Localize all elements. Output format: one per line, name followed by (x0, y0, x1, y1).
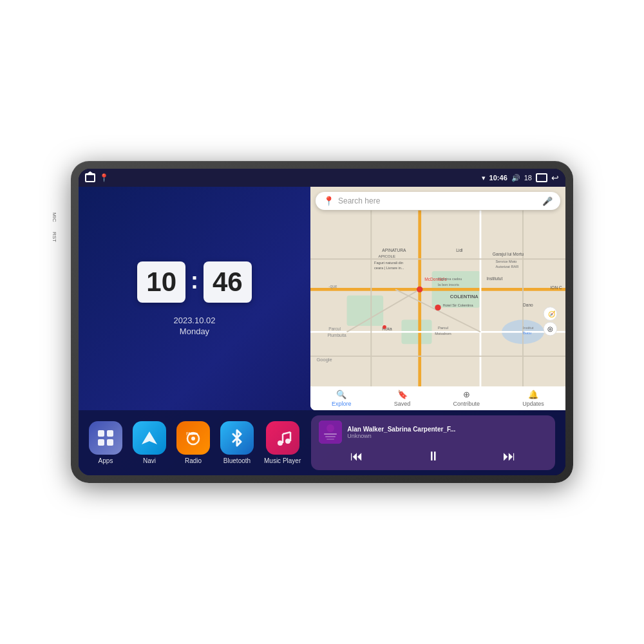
navi-icon-img (133, 421, 166, 455)
clock-hours: 10 (137, 261, 185, 303)
time-display: 10:46 (489, 174, 507, 182)
app-icon-navi[interactable]: Navi (133, 421, 166, 464)
car-stereo-device: MIC RST 📍 ▾ 10:46 🔊 18 ↩ 10 (71, 161, 573, 483)
svg-text:Autorizat RAR: Autorizat RAR (496, 265, 519, 269)
map-svg: COLENTINA Garajul lui Mortu Service Moto… (310, 187, 565, 410)
svg-text:ION C: ION C (550, 285, 562, 290)
app-icon-bluetooth[interactable]: Bluetooth (220, 421, 254, 464)
back-icon[interactable]: ↩ (551, 173, 559, 183)
svg-text:Service Moto: Service Moto (496, 260, 517, 263)
svg-text:APICOLE: APICOLE (379, 254, 395, 258)
map-nav-saved[interactable]: 🔖 Saved (394, 390, 411, 407)
svg-text:Lidl: Lidl (456, 248, 463, 252)
app-icons-row: Apps Navi (89, 421, 301, 464)
map-mic-icon[interactable]: 🎤 (542, 196, 553, 206)
clock-colon: : (191, 267, 198, 294)
svg-rect-63 (324, 433, 337, 435)
svg-rect-50 (107, 439, 113, 446)
music-prev-button[interactable]: ⏮ (345, 448, 368, 465)
bluetooth-label: Bluetooth (223, 457, 251, 464)
left-panel: 10 : 46 2023.10.02 Monday (79, 187, 310, 410)
app-icon-radio[interactable]: FM Radio (176, 421, 210, 464)
apps-grid-icon (97, 429, 115, 447)
apps-label: Apps (99, 457, 113, 464)
wifi-signal-icon: ▾ (482, 174, 486, 182)
radio-label: Radio (185, 457, 202, 464)
saved-icon: 🔖 (397, 390, 408, 399)
bottom-bar: Apps Navi (79, 410, 565, 475)
main-content: 10 : 46 2023.10.02 Monday (79, 187, 565, 475)
svg-text:-que: -que (328, 284, 337, 289)
map-nav-updates[interactable]: 🔔 Updates (522, 390, 544, 407)
date-text: 2023.10.02 (173, 316, 215, 325)
battery-icon (536, 173, 547, 182)
map-search-bar[interactable]: 📍 Search here 🎤 (316, 192, 560, 210)
svg-text:la bon inscris: la bon inscris (438, 283, 459, 287)
music-title: Alan Walker_Sabrina Carpenter_F... (347, 426, 547, 433)
svg-rect-48 (107, 430, 113, 437)
map-nav-explore[interactable]: 🔍 Explore (332, 390, 352, 407)
svg-text:Plumbuita: Plumbuita (327, 333, 346, 337)
music-text: Alan Walker_Sabrina Carpenter_F... Unkno… (347, 426, 547, 439)
contribute-icon: ⊕ (463, 390, 470, 399)
apps-icon-img (89, 421, 122, 455)
music-player-icon-img (266, 421, 299, 455)
app-icon-music-player[interactable]: Music Player (264, 421, 301, 464)
explore-icon: 🔍 (336, 390, 346, 399)
map-nav-contribute[interactable]: ⊕ Contribute (453, 390, 480, 407)
updates-icon: 🔔 (528, 390, 538, 399)
clock-display: 10 : 46 (137, 261, 251, 303)
navi-label: Navi (143, 457, 156, 464)
radio-speaker-icon: FM (184, 428, 203, 448)
music-next-button[interactable]: ⏭ (498, 448, 521, 465)
day-text: Monday (173, 327, 215, 336)
svg-marker-51 (142, 431, 157, 444)
music-info-row: Alan Walker_Sabrina Carpenter_F... Unkno… (319, 421, 547, 444)
app-icon-apps[interactable]: Apps (89, 421, 122, 464)
svg-point-53 (191, 437, 195, 440)
svg-rect-64 (325, 436, 336, 437)
music-controls: ⏮ ⏸ ⏭ (319, 448, 547, 465)
svg-text:Hotel Sir Colentina: Hotel Sir Colentina (443, 303, 474, 307)
music-play-pause-button[interactable]: ⏸ (422, 448, 445, 465)
music-note-icon (274, 429, 292, 447)
map-panel[interactable]: COLENTINA Garajul lui Mortu Service Moto… (310, 187, 565, 410)
bluetooth-symbol-icon (228, 429, 246, 447)
svg-text:Parcul: Parcul (328, 327, 341, 331)
svg-text:Figurina cadou: Figurina cadou (438, 277, 462, 281)
bluetooth-icon-img (220, 421, 254, 455)
maps-icon[interactable]: 📍 (99, 173, 109, 182)
music-artist: Unknown (347, 433, 547, 439)
date-display: 2023.10.02 Monday (173, 316, 215, 336)
status-right: ▾ 10:46 🔊 18 ↩ (482, 173, 559, 183)
contribute-label: Contribute (453, 401, 480, 407)
svg-point-62 (327, 424, 334, 432)
volume-level: 18 (524, 174, 532, 182)
home-icon[interactable] (85, 173, 95, 182)
svg-text:Motodrom: Motodrom (435, 332, 451, 336)
svg-text:Institutut: Institutut (486, 276, 502, 281)
radio-icon-img: FM (176, 421, 210, 455)
status-bar: 📍 ▾ 10:46 🔊 18 ↩ (79, 169, 565, 187)
map-background: COLENTINA Garajul lui Mortu Service Moto… (310, 187, 565, 410)
album-art-icon (319, 421, 342, 444)
music-widget: Alan Walker_Sabrina Carpenter_F... Unkno… (311, 415, 555, 470)
device-screen: 📍 ▾ 10:46 🔊 18 ↩ 10 : 46 2023. (79, 169, 565, 475)
svg-text:Institut: Institut (523, 326, 534, 330)
svg-text:FM: FM (186, 431, 193, 436)
svg-text:Faguri naturali din: Faguri naturali din (374, 261, 403, 265)
mic-label: MIC (52, 213, 57, 222)
svg-point-24 (417, 287, 422, 292)
svg-text:Bucu: Bucu (523, 331, 531, 335)
explore-label: Explore (332, 401, 352, 407)
map-pin-icon: 📍 (323, 196, 334, 206)
svg-text:Garajul lui Mortu: Garajul lui Mortu (493, 252, 524, 258)
rst-label: RST (52, 232, 57, 242)
svg-text:COLENTINA: COLENTINA (450, 294, 478, 300)
svg-point-26 (435, 305, 440, 310)
svg-rect-49 (98, 439, 104, 446)
svg-rect-47 (98, 430, 104, 437)
svg-text:Parcul: Parcul (438, 326, 448, 330)
svg-text:ceara | Livrare in...: ceara | Livrare in... (374, 266, 404, 270)
saved-label: Saved (394, 401, 411, 407)
